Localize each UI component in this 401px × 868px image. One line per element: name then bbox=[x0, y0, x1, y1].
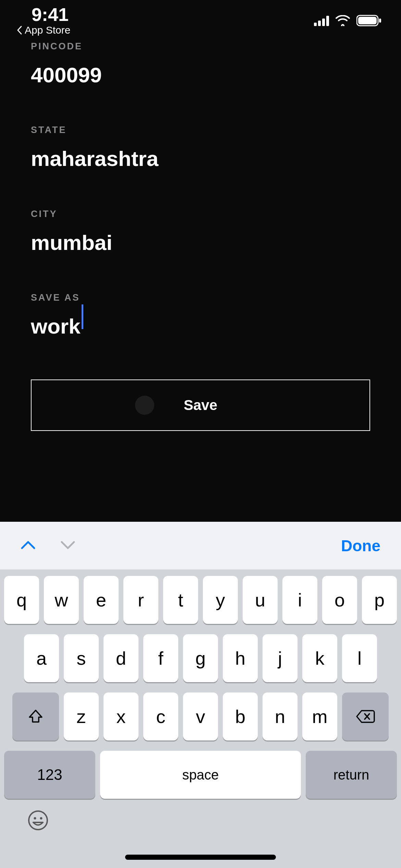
key-t[interactable]: t bbox=[163, 576, 198, 624]
key-b[interactable]: b bbox=[223, 692, 258, 740]
status-right bbox=[314, 14, 382, 27]
city-input[interactable] bbox=[31, 230, 370, 255]
next-field-button[interactable] bbox=[60, 541, 75, 551]
status-bar: 9:41 App Store bbox=[0, 0, 401, 41]
chevron-down-icon bbox=[60, 541, 75, 550]
key-k[interactable]: k bbox=[302, 634, 337, 682]
key-w[interactable]: w bbox=[44, 576, 79, 624]
key-z[interactable]: z bbox=[64, 692, 99, 740]
pincode-input[interactable] bbox=[31, 63, 370, 87]
pincode-label: PINCODE bbox=[31, 41, 370, 52]
key-p[interactable]: p bbox=[362, 576, 397, 624]
key-r[interactable]: r bbox=[123, 576, 158, 624]
status-left: 9:41 App Store bbox=[32, 5, 70, 36]
key-y[interactable]: y bbox=[203, 576, 238, 624]
save-button[interactable]: Save bbox=[31, 379, 370, 431]
key-d[interactable]: d bbox=[104, 634, 138, 682]
key-l[interactable]: l bbox=[342, 634, 377, 682]
state-field: STATE bbox=[31, 125, 370, 171]
battery-icon bbox=[356, 14, 382, 27]
key-i[interactable]: i bbox=[282, 576, 317, 624]
city-field: CITY bbox=[31, 209, 370, 255]
state-label: STATE bbox=[31, 125, 370, 135]
svg-point-4 bbox=[34, 817, 36, 820]
save-as-label: SAVE AS bbox=[31, 292, 370, 303]
keyboard-done-button[interactable]: Done bbox=[341, 537, 380, 555]
key-f[interactable]: f bbox=[143, 634, 178, 682]
accessory-nav bbox=[21, 541, 75, 551]
back-to-app-store[interactable]: App Store bbox=[16, 24, 70, 36]
city-label: CITY bbox=[31, 209, 370, 219]
svg-point-5 bbox=[40, 817, 42, 820]
key-123[interactable]: 123 bbox=[4, 751, 95, 799]
chevron-up-icon bbox=[21, 541, 36, 550]
key-o[interactable]: o bbox=[322, 576, 357, 624]
key-q[interactable]: q bbox=[4, 576, 39, 624]
shift-icon bbox=[27, 708, 44, 725]
back-label: App Store bbox=[25, 24, 70, 36]
keyboard-row-2: a s d f g h j k l bbox=[3, 634, 398, 682]
key-h[interactable]: h bbox=[223, 634, 258, 682]
form-content: PINCODE STATE CITY SAVE AS Save bbox=[0, 41, 401, 431]
key-backspace[interactable] bbox=[342, 692, 389, 740]
key-u[interactable]: u bbox=[243, 576, 278, 624]
state-input[interactable] bbox=[31, 146, 370, 171]
svg-point-3 bbox=[29, 811, 47, 830]
svg-rect-1 bbox=[358, 17, 377, 24]
key-shift[interactable] bbox=[12, 692, 59, 740]
save-as-field: SAVE AS bbox=[31, 292, 370, 338]
key-c[interactable]: c bbox=[143, 692, 178, 740]
svg-rect-2 bbox=[379, 19, 381, 23]
save-as-input[interactable] bbox=[31, 314, 81, 338]
cellular-signal-icon bbox=[314, 15, 329, 26]
home-indicator[interactable] bbox=[125, 855, 276, 860]
key-g[interactable]: g bbox=[183, 634, 218, 682]
keyboard-row-3: z x c v b n m bbox=[3, 692, 398, 740]
key-v[interactable]: v bbox=[183, 692, 218, 740]
keyboard-accessory-bar: Done bbox=[0, 522, 401, 570]
touch-indicator bbox=[135, 396, 154, 415]
wifi-icon bbox=[335, 15, 350, 26]
keyboard-rows: q w e r t y u i o p a s d f g h j k l z bbox=[0, 570, 401, 799]
key-x[interactable]: x bbox=[104, 692, 138, 740]
pincode-field: PINCODE bbox=[31, 41, 370, 87]
keyboard: Done q w e r t y u i o p a s d f g h j k… bbox=[0, 522, 401, 868]
key-j[interactable]: j bbox=[263, 634, 297, 682]
key-return[interactable]: return bbox=[306, 751, 397, 799]
keyboard-row-4: 123 space return bbox=[3, 751, 398, 799]
key-a[interactable]: a bbox=[24, 634, 59, 682]
key-space[interactable]: space bbox=[100, 751, 301, 799]
back-chevron-icon bbox=[16, 26, 23, 35]
save-button-label: Save bbox=[184, 397, 217, 413]
prev-field-button[interactable] bbox=[21, 541, 36, 551]
status-time: 9:41 bbox=[32, 5, 69, 24]
key-n[interactable]: n bbox=[263, 692, 297, 740]
key-m[interactable]: m bbox=[302, 692, 337, 740]
key-e[interactable]: e bbox=[84, 576, 119, 624]
key-s[interactable]: s bbox=[64, 634, 99, 682]
keyboard-bottom bbox=[0, 799, 401, 847]
keyboard-row-1: q w e r t y u i o p bbox=[3, 576, 398, 624]
text-caret bbox=[82, 304, 83, 329]
backspace-icon bbox=[355, 709, 375, 724]
emoji-keyboard-button[interactable] bbox=[27, 810, 49, 835]
emoji-icon bbox=[27, 810, 49, 831]
